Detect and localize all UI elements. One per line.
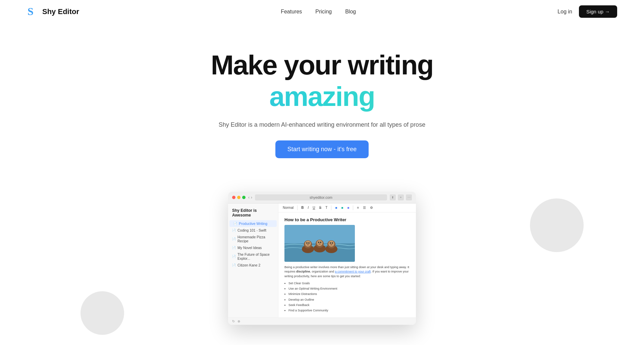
sidebar-item-5[interactable]: 📄 The Future of Space Explor... xyxy=(228,251,278,262)
logo-text: Shy Editor xyxy=(42,7,79,16)
svg-point-5 xyxy=(305,241,311,247)
browser-window: ‹ › shyeditor.com ⬆ + ⋯ Shy Editor is Aw… xyxy=(228,192,416,325)
browser-footer: ↻ ⊕ xyxy=(228,317,416,325)
otter-illustration xyxy=(284,225,355,262)
screenshot-section: ‹ › shyeditor.com ⬆ + ⋯ Shy Editor is Aw… xyxy=(0,178,644,345)
login-button[interactable]: Log in xyxy=(557,9,572,15)
doc-icon-6: 📄 xyxy=(232,263,236,267)
toolbar-italic[interactable]: I xyxy=(307,205,310,210)
doc-icon-1: 📄 xyxy=(233,222,237,225)
svg-point-17 xyxy=(328,241,334,247)
doc-icon-4: 📄 xyxy=(232,246,236,249)
hero-section: Make your writing amazing Shy Editor is … xyxy=(0,23,644,178)
svg-point-8 xyxy=(307,244,309,245)
signup-button[interactable]: Sign up → xyxy=(579,5,617,18)
svg-point-19 xyxy=(332,242,333,244)
svg-point-13 xyxy=(320,242,321,243)
footer-icon-2: ⊕ xyxy=(237,319,240,323)
dot-close xyxy=(232,196,235,199)
editor-title: How to be a Productive Writer xyxy=(284,217,410,222)
svg-text:S: S xyxy=(28,6,34,17)
sidebar-item-3[interactable]: 📄 Homemade Pizza Recipe xyxy=(228,234,278,244)
toolbar-sep-2 xyxy=(331,205,331,210)
hero-title: Make your writing amazing xyxy=(7,50,637,113)
add-tab-icon: + xyxy=(398,194,404,200)
toolbar-underline[interactable]: U xyxy=(312,205,316,210)
sidebar-title: Shy Editor is Awesome xyxy=(228,207,278,220)
decorative-circle-left xyxy=(80,291,124,335)
nav-actions: Log in Sign up → xyxy=(557,5,617,18)
bullet-5: Seek Feedback xyxy=(288,302,410,308)
dot-maximize xyxy=(242,196,246,199)
logo-icon: S xyxy=(27,6,39,18)
toolbar-bold[interactable]: B xyxy=(300,205,305,210)
share-icon: ⬆ xyxy=(390,194,396,200)
browser-url-bar: shyeditor.com xyxy=(255,194,387,200)
toolbar-color-3[interactable]: ■ xyxy=(346,205,350,210)
nav-pricing[interactable]: Pricing xyxy=(315,9,332,15)
sidebar-item-2[interactable]: 📄 Coding 101 - Swift xyxy=(228,227,278,234)
svg-point-14 xyxy=(319,243,321,245)
editor-image xyxy=(284,225,355,262)
logo-link[interactable]: S Shy Editor xyxy=(27,6,79,18)
nav-features[interactable]: Features xyxy=(281,9,302,15)
svg-point-18 xyxy=(330,242,331,244)
app-body: Shy Editor is Awesome 📄 Productive Writi… xyxy=(228,203,416,317)
svg-point-7 xyxy=(308,242,310,244)
toolbar-strikethrough[interactable]: S xyxy=(318,205,322,210)
sidebar-item-1[interactable]: 📄 Productive Writing xyxy=(229,220,277,227)
toolbar-sep-1 xyxy=(297,205,298,210)
toolbar-list[interactable]: ☰ xyxy=(362,205,367,210)
more-icon: ⋯ xyxy=(406,194,412,200)
editor-toolbar: Normal B I U S T ■ ■ ■ ≡ ☰ ⚙ xyxy=(278,203,416,213)
navbar: S Shy Editor Features Pricing Blog Log i… xyxy=(0,0,644,23)
hero-title-line1: Make your writing xyxy=(211,50,433,80)
toolbar-sep-3 xyxy=(353,205,353,210)
toolbar-code[interactable]: T xyxy=(324,205,328,210)
editor-area: Normal B I U S T ■ ■ ■ ≡ ☰ ⚙ xyxy=(278,203,416,317)
bullet-3: Minimize Distractions xyxy=(288,291,410,297)
toolbar-normal[interactable]: Normal xyxy=(282,205,294,210)
dot-minimize xyxy=(237,196,240,199)
browser-action-buttons: ⬆ + ⋯ xyxy=(390,194,412,200)
hero-subtitle: Shy Editor is a modern AI-enhanced writi… xyxy=(7,121,637,128)
svg-point-20 xyxy=(330,244,332,245)
svg-point-6 xyxy=(306,242,308,244)
cta-button[interactable]: Start writing now - it's free xyxy=(275,140,369,158)
doc-icon-3: 📄 xyxy=(232,237,236,241)
bullet-2: Use an Optimal Writing Environment xyxy=(288,286,410,291)
toolbar-color-2[interactable]: ■ xyxy=(340,205,344,210)
nav-links: Features Pricing Blog xyxy=(281,9,356,15)
doc-icon-2: 📄 xyxy=(232,229,236,232)
bullet-1: Set Clear Goals xyxy=(288,281,410,286)
svg-point-11 xyxy=(317,240,323,246)
toolbar-color-1[interactable]: ■ xyxy=(334,205,338,210)
browser-dots xyxy=(232,196,246,199)
bullet-4: Develop an Outline xyxy=(288,297,410,302)
app-sidebar: Shy Editor is Awesome 📄 Productive Writi… xyxy=(228,203,278,317)
toolbar-more[interactable]: ⚙ xyxy=(369,205,374,210)
nav-blog[interactable]: Blog xyxy=(345,9,356,15)
decorative-circle-right xyxy=(530,198,584,252)
editor-bullet-list: Set Clear Goals Use an Optimal Writing E… xyxy=(284,281,410,313)
hero-title-line2: amazing xyxy=(7,80,637,113)
bullet-6: Find a Supportive Community xyxy=(288,308,410,313)
editor-content[interactable]: How to be a Productive Writer xyxy=(278,213,416,317)
footer-icon-1: ↻ xyxy=(232,319,235,323)
doc-icon-5: 📄 xyxy=(232,255,236,258)
editor-paragraph: Being a productive writer involves more … xyxy=(284,265,410,279)
sidebar-item-6[interactable]: 📄 Citizen Kane 2 xyxy=(228,262,278,268)
toolbar-align[interactable]: ≡ xyxy=(356,205,360,210)
browser-bar: ‹ › shyeditor.com ⬆ + ⋯ xyxy=(228,192,416,203)
svg-point-12 xyxy=(318,242,319,243)
sidebar-item-4[interactable]: 📄 My Novel Ideas xyxy=(228,244,278,251)
